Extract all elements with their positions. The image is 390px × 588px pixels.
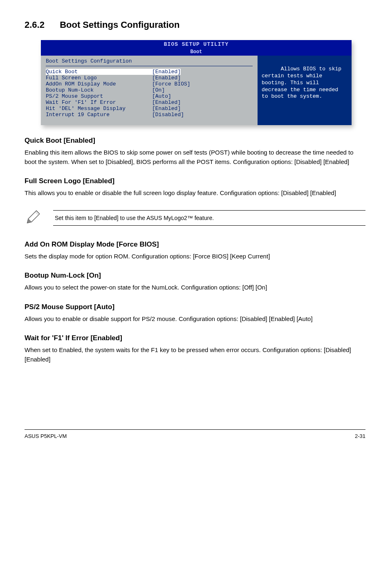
quick-boot-body: Enabling this item allows the BIOS to sk… <box>25 148 365 166</box>
bios-title-top: BIOS SETUP UTILITY <box>41 41 352 48</box>
bios-row: Quick Boot[Enabled] <box>46 69 253 75</box>
footer-left: ASUS P5KPL-VM <box>25 433 67 439</box>
bios-row-label: Wait For 'F1' If Error <box>46 99 152 105</box>
footer-right: 2-31 <box>355 433 365 439</box>
pencil-icon <box>25 209 42 227</box>
note-rule-bottom <box>53 225 365 226</box>
bios-title-sub: Boot <box>41 48 352 56</box>
bios-row: Interrupt 19 Capture[Disabled] <box>46 112 253 118</box>
bios-row-value: [Disabled] <box>152 112 184 118</box>
bios-row-label: AddOn ROM Display Mode <box>46 81 152 87</box>
bios-row: Wait For 'F1' If Error[Enabled] <box>46 99 253 105</box>
bios-row-label: Interrupt 19 Capture <box>46 112 152 118</box>
bios-row-value: [Enabled] <box>152 105 181 112</box>
section-number: 2.6.2 <box>25 20 57 30</box>
bios-help-pane: Allows BIOS to skip certain tests while … <box>258 56 352 125</box>
bios-row-value: [On] <box>152 87 165 93</box>
section-title: Boot Settings Configuration <box>60 20 179 30</box>
ps2-body: Allows you to enable or disable support … <box>25 314 365 324</box>
note-block: Set this item to [Enabled] to use the AS… <box>25 206 365 230</box>
section-heading: 2.6.2 Boot Settings Configuration <box>25 20 365 30</box>
bios-row: PS/2 Mouse Support[Auto] <box>46 93 253 99</box>
full-screen-logo-heading: Full Screen Logo [Enabled] <box>25 177 365 185</box>
bios-left-pane: Boot Settings Configuration Quick Boot[E… <box>41 56 258 125</box>
note-rule-top <box>53 210 365 211</box>
waitf1-heading: Wait for 'F1' If Error [Enabled] <box>25 334 365 342</box>
numlock-heading: Bootup Num-Lock [On] <box>25 272 365 280</box>
quick-boot-heading: Quick Boot [Enabled] <box>25 137 365 145</box>
bios-row-value: [Enabled] <box>152 69 181 75</box>
page-footer: ASUS P5KPL-VM 2-31 <box>25 429 365 439</box>
bios-titlebar: BIOS SETUP UTILITY Boot <box>41 40 352 56</box>
bios-divider <box>46 66 253 66</box>
bios-screenshot: BIOS SETUP UTILITY Boot Boot Settings Co… <box>41 40 352 125</box>
bios-row-value: [Force BIOS] <box>152 81 191 87</box>
bios-help-text: Allows BIOS to skip certain tests while … <box>262 66 345 100</box>
bios-row-label: Quick Boot <box>46 69 152 75</box>
addon-rom-heading: Add On ROM Display Mode [Force BIOS] <box>25 240 365 249</box>
bios-row-value: [Enabled] <box>152 99 181 105</box>
bios-config-heading: Boot Settings Configuration <box>46 58 253 64</box>
bios-row-label: PS/2 Mouse Support <box>46 93 152 99</box>
bios-row-value: [Enabled] <box>152 75 181 81</box>
bios-row: AddOn ROM Display Mode[Force BIOS] <box>46 81 253 87</box>
bios-row-label: Hit 'DEL' Message Display <box>46 105 152 112</box>
bios-row: Full Screen Logo[Enabled] <box>46 75 253 81</box>
bios-row-label: Bootup Num-Lock <box>46 87 152 93</box>
bios-row-value: [Auto] <box>152 93 171 99</box>
addon-rom-body: Sets the display mode for option ROM. Co… <box>25 252 365 261</box>
waitf1-body: When set to Enabled, the system waits fo… <box>25 346 365 364</box>
ps2-heading: PS/2 Mouse Support [Auto] <box>25 303 365 311</box>
bios-row: Bootup Num-Lock[On] <box>46 87 253 93</box>
bios-row: Hit 'DEL' Message Display[Enabled] <box>46 105 253 112</box>
numlock-body: Allows you to select the power-on state … <box>25 283 365 292</box>
full-screen-logo-body: This allows you to enable or disable the… <box>25 189 365 198</box>
note-text: Set this item to [Enabled] to use the AS… <box>53 215 365 221</box>
bios-row-label: Full Screen Logo <box>46 75 152 81</box>
